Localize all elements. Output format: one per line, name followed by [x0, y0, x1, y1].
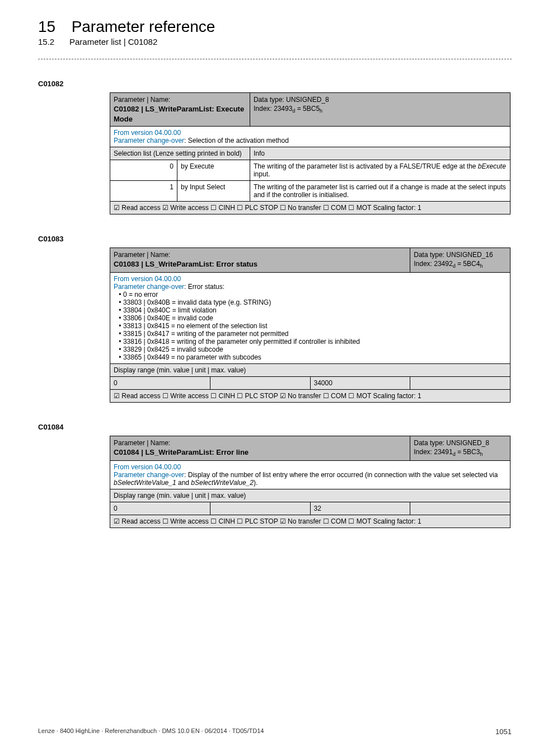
data-type: Data type: UNSIGNED_16 — [414, 251, 493, 259]
min-value: 0 — [110, 502, 210, 515]
blank-cell — [410, 377, 510, 390]
blank-cell — [410, 502, 510, 515]
chapter-title: Parameter reference — [72, 18, 216, 35]
divider — [38, 59, 512, 59]
bullet: • 33829 | 0x8425 = invalid subcode — [117, 346, 507, 353]
row-info: The writing of the parameter list is act… — [250, 160, 510, 181]
param-name: C01083 | LS_WriteParamList: Error status — [114, 260, 257, 268]
param-name: C01082 | LS_WriteParamList: Execute Mode — [114, 105, 244, 123]
page-number: 1051 — [495, 727, 512, 736]
footer-text: Lenze · 8400 HighLine · Referenzhandbuch… — [38, 727, 264, 736]
display-range-header: Display range (min. value | unit | max. … — [110, 364, 510, 377]
max-value: 32 — [310, 502, 410, 515]
max-value: 34000 — [310, 377, 410, 390]
bullet: • 33813 | 0x8415 = no element of the sel… — [117, 322, 507, 330]
pco-text: : Selection of the activation method — [184, 137, 289, 144]
section-title: Parameter list | C01082 — [69, 37, 157, 46]
bullet: • 33804 | 0x840C = limit violation — [117, 306, 507, 314]
pco-link[interactable]: Parameter change-over — [114, 137, 184, 144]
pco-text: : Error status: — [184, 283, 224, 291]
bullet: • 33815 | 0x8417 = writing of the parame… — [117, 330, 507, 338]
bullet: • 33806 | 0x840E = invalid code — [117, 314, 507, 322]
min-value: 0 — [110, 377, 210, 390]
param-name: C01084 | LS_WriteParamList: Error line — [114, 448, 249, 456]
bullet: • 33803 | 0x840B = invalid data type (e.… — [117, 298, 507, 306]
param-label: Parameter | Name: — [114, 439, 170, 447]
chapter-number: 15 — [38, 18, 69, 36]
from-version: From version 04.00.00 — [114, 129, 181, 137]
display-range-header: Display range (min. value | unit | max. … — [110, 489, 510, 502]
data-type: Data type: UNSIGNED_8 — [414, 439, 489, 447]
access-footer: ☑ Read access ☐ Write access ☐ CINH ☐ PL… — [110, 390, 510, 403]
param-label: Parameter | Name: — [114, 96, 170, 104]
section-number: 15.2 — [38, 37, 69, 46]
data-index: Index: 23491d = 5BC3h — [414, 448, 483, 456]
row-info: The writing of the parameter list is car… — [250, 181, 510, 202]
bullet: • 33865 | 0x8449 = no parameter with sub… — [117, 353, 507, 361]
row-value: by Execute — [177, 160, 250, 181]
access-footer: ☑ Read access ☑ Write access ☐ CINH ☐ PL… — [110, 202, 510, 214]
param-heading-c01082: C01082 — [38, 80, 512, 88]
bullet: • 33816 | 0x8418 = writing of the parame… — [117, 338, 507, 346]
selection-list-header: Selection list (Lenze setting printed in… — [110, 147, 250, 160]
table-c01082: Parameter | Name: C01082 | LS_WriteParam… — [110, 92, 510, 214]
row-index: 0 — [110, 160, 177, 181]
table-c01083: Parameter | Name: C01083 | LS_WriteParam… — [110, 248, 510, 403]
table-c01084: Parameter | Name: C01084 | LS_WriteParam… — [110, 436, 510, 528]
unit-value — [210, 377, 310, 390]
access-footer: ☑ Read access ☐ Write access ☐ CINH ☐ PL… — [110, 515, 510, 528]
data-index: Index: 23493d = 5BC5h — [254, 105, 322, 113]
from-version: From version 04.00.00 — [114, 463, 181, 471]
data-type: Data type: UNSIGNED_8 — [254, 96, 329, 104]
row-index: 1 — [110, 181, 177, 202]
row-value: by Input Select — [177, 181, 250, 202]
data-index: Index: 23492d = 5BC4h — [414, 260, 483, 268]
param-heading-c01083: C01083 — [38, 235, 512, 243]
info-header: Info — [250, 147, 510, 160]
bullet: • 0 = no error — [117, 291, 507, 298]
pco-link[interactable]: Parameter change-over — [114, 283, 184, 291]
unit-value — [210, 502, 310, 515]
param-heading-c01084: C01084 — [38, 423, 512, 431]
pco-link[interactable]: Parameter change-over — [114, 471, 184, 479]
from-version: From version 04.00.00 — [114, 275, 181, 283]
param-label: Parameter | Name: — [114, 251, 170, 259]
